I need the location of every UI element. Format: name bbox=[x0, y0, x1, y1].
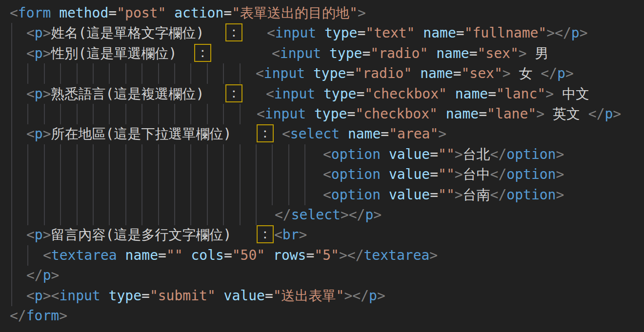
indent-guide bbox=[256, 205, 257, 225]
token-pu: < bbox=[26, 288, 35, 304]
token-eq: = bbox=[356, 86, 364, 102]
token-tg: option bbox=[331, 187, 381, 203]
indent-guide bbox=[93, 164, 94, 185]
token-eq: = bbox=[453, 65, 462, 81]
token-eq: = bbox=[357, 25, 365, 41]
token-tg: option bbox=[331, 166, 381, 182]
token-pu: </ bbox=[275, 207, 291, 223]
indent-guide bbox=[11, 245, 12, 266]
token-pu: > bbox=[358, 5, 366, 21]
indent-guide bbox=[223, 144, 224, 165]
indent-guide bbox=[223, 185, 224, 205]
indent-guide bbox=[11, 104, 12, 124]
token-st: "radio" bbox=[370, 45, 428, 61]
indent-guide bbox=[93, 104, 94, 124]
indent-guide bbox=[174, 164, 175, 185]
indent-guide bbox=[190, 104, 191, 124]
indent-guide bbox=[11, 265, 12, 286]
indent-guide bbox=[27, 205, 28, 225]
indent-guide bbox=[11, 225, 12, 245]
token-pu: < bbox=[282, 126, 290, 142]
token-pu: </ bbox=[10, 308, 26, 324]
token-pu: > bbox=[546, 25, 555, 41]
token-eq: = bbox=[430, 187, 438, 203]
indent-guide bbox=[207, 144, 208, 165]
indent-guide bbox=[60, 164, 61, 185]
token-pu: < bbox=[10, 5, 18, 21]
token-pu: </ bbox=[26, 267, 43, 283]
token-tg: p bbox=[557, 65, 565, 81]
token-pu: </ bbox=[555, 25, 571, 41]
indent-guide bbox=[158, 164, 159, 185]
unicode-highlight-colon: ： bbox=[257, 124, 274, 142]
indent-guide bbox=[11, 144, 12, 165]
indent-guide bbox=[207, 63, 208, 84]
indent-guide bbox=[11, 43, 12, 64]
unicode-highlight-colon: ： bbox=[225, 23, 242, 41]
token-pu: > bbox=[565, 65, 574, 81]
token-at: action bbox=[174, 5, 223, 21]
code-segment: <option value="">台北</option> bbox=[323, 144, 564, 165]
token-pu: < bbox=[26, 86, 35, 102]
token-tx bbox=[183, 247, 191, 263]
token-st: "" bbox=[438, 146, 455, 162]
code-line-10: <option value="">台南</option> bbox=[0, 185, 644, 205]
token-st: "checkbox" bbox=[355, 106, 438, 122]
token-eq: = bbox=[223, 5, 232, 21]
token-st: "送出表單" bbox=[273, 288, 344, 304]
token-pu: > bbox=[556, 166, 564, 182]
code-line-11: </select></p> bbox=[0, 205, 644, 225]
code-segment: </form> bbox=[10, 306, 67, 326]
token-at: type bbox=[109, 288, 141, 304]
token-at: method bbox=[59, 5, 108, 21]
token-pu: > bbox=[341, 207, 349, 223]
token-at: cols bbox=[191, 247, 223, 263]
token-tg: option bbox=[506, 187, 556, 203]
token-pu: > bbox=[429, 247, 438, 263]
code-line-2: <p>姓名(這是單格文字欄位)：<input type="text" name=… bbox=[0, 23, 644, 43]
token-pu: > bbox=[519, 45, 527, 61]
token-pu: > bbox=[536, 106, 544, 122]
token-tx bbox=[316, 25, 324, 41]
token-st: "submit" bbox=[150, 288, 216, 304]
token-eq: = bbox=[488, 86, 496, 102]
token-at: value bbox=[389, 166, 430, 182]
indent-guide bbox=[158, 63, 159, 84]
indent-guide bbox=[158, 205, 159, 225]
code-segment: <input type="radio" name="sex"> 男 bbox=[272, 43, 549, 64]
indent-guide bbox=[11, 164, 12, 185]
indent-guide bbox=[93, 205, 94, 225]
token-pu: > bbox=[377, 288, 385, 304]
code-segment: <p>姓名(這是單格文字欄位) bbox=[26, 23, 204, 43]
indent-guide bbox=[44, 164, 45, 185]
token-st: "50" bbox=[232, 247, 265, 263]
token-tx bbox=[117, 247, 125, 263]
indent-guide bbox=[223, 164, 224, 185]
token-pu: < bbox=[26, 227, 35, 243]
token-tg: p bbox=[35, 45, 43, 61]
token-pu: > bbox=[43, 86, 51, 102]
indent-guide bbox=[11, 84, 12, 104]
code-editor[interactable]: <form method="post" action="表單送出的目的地"><p… bbox=[0, 0, 644, 332]
indent-guide bbox=[60, 104, 61, 124]
token-tx: 英文 bbox=[544, 106, 588, 122]
indent-guide bbox=[141, 205, 142, 225]
token-tg: form bbox=[26, 308, 59, 324]
code-segment: <br> bbox=[274, 225, 307, 245]
token-tg: select bbox=[290, 126, 340, 142]
indent-guide bbox=[207, 104, 208, 124]
indent-guide bbox=[77, 185, 78, 205]
token-tg: br bbox=[282, 227, 299, 243]
indent-guide bbox=[109, 185, 110, 205]
token-eq: = bbox=[224, 247, 232, 263]
indent-guide bbox=[174, 205, 175, 225]
token-at: type bbox=[324, 25, 357, 41]
token-pu: > bbox=[43, 227, 51, 243]
indent-guide bbox=[11, 185, 12, 205]
indent-guide bbox=[60, 205, 61, 225]
token-at: value bbox=[224, 288, 265, 304]
code-segment: </p> bbox=[26, 265, 59, 286]
token-pu: < bbox=[266, 86, 274, 102]
token-tx: 台北 bbox=[463, 146, 490, 162]
indent-guide bbox=[272, 164, 273, 185]
